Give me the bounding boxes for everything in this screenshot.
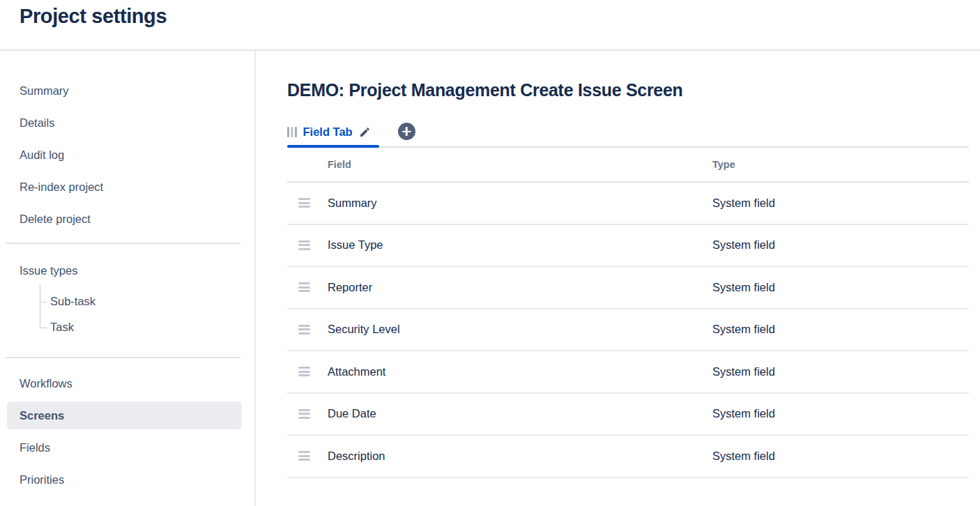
field-type: System field — [712, 365, 969, 378]
field-type: System field — [712, 281, 969, 294]
field-type: System field — [712, 450, 969, 463]
table-row: Issue Type System field — [287, 225, 969, 268]
drag-handle-icon[interactable] — [298, 198, 310, 208]
sidebar-item-sub-task[interactable]: Sub-task — [0, 289, 254, 314]
settings-sidebar: Summary Details Audit log Re-index proje… — [0, 51, 256, 506]
sidebar-item-priorities[interactable]: Priorities — [0, 466, 254, 493]
screen-tabs: Field Tab — [287, 121, 969, 148]
pencil-icon[interactable] — [359, 126, 371, 138]
table-row: Security Level System field — [287, 309, 969, 352]
field-type: System field — [712, 407, 969, 420]
table-header-row: Field Type — [287, 148, 969, 183]
field-type: System field — [712, 323, 969, 336]
page-title: Project settings — [20, 5, 980, 28]
drag-handle-icon[interactable] — [298, 240, 310, 250]
sidebar-item-audit-log[interactable]: Audit log — [0, 141, 254, 169]
drag-handle-icon[interactable] — [287, 126, 297, 137]
table-row: Reporter System field — [287, 267, 969, 309]
drag-handle-icon[interactable] — [298, 367, 310, 376]
field-name: Due Date — [328, 407, 712, 420]
field-type: System field — [712, 238, 969, 252]
column-header-type: Type — [712, 159, 969, 170]
field-name: Reporter — [328, 281, 712, 294]
page-header: Project settings — [0, 0, 980, 51]
field-type: System field — [712, 197, 969, 210]
drag-handle-icon[interactable] — [298, 409, 310, 419]
sidebar-item-fields[interactable]: Fields — [0, 434, 254, 461]
screen-config-panel: DEMO: Project Management Create Issue Sc… — [256, 51, 980, 506]
field-name: Attachment — [328, 365, 712, 378]
sidebar-divider — [6, 243, 240, 244]
table-row: Description System field — [287, 436, 969, 478]
field-name: Summary — [328, 197, 712, 210]
field-name: Issue Type — [328, 238, 712, 252]
table-row: Summary System field — [287, 183, 969, 225]
sidebar-item-reindex-project[interactable]: Re-index project — [0, 173, 254, 201]
table-row: Due Date System field — [287, 394, 969, 436]
issue-types-group: Issue types Sub-task Task — [0, 256, 254, 340]
sidebar-item-screens[interactable]: Screens — [7, 401, 242, 429]
sidebar-divider — [6, 357, 240, 358]
sidebar-item-workflows[interactable]: Workflows — [0, 369, 254, 397]
field-name: Description — [328, 450, 712, 463]
screen-title: DEMO: Project Management Create Issue Sc… — [287, 77, 969, 102]
sidebar-item-delete-project[interactable]: Delete project — [0, 205, 254, 233]
tab-field-tab[interactable]: Field Tab — [287, 121, 379, 142]
table-row: Attachment System field — [287, 351, 969, 394]
drag-handle-icon[interactable] — [298, 451, 310, 461]
tab-label[interactable]: Field Tab — [303, 125, 353, 139]
sidebar-item-task[interactable]: Task — [0, 314, 254, 340]
add-tab-button plus-icon[interactable] — [398, 123, 415, 140]
column-header-field: Field — [328, 159, 712, 170]
sidebar-item-details[interactable]: Details — [0, 109, 254, 137]
drag-handle-icon[interactable] — [298, 325, 310, 335]
sidebar-item-issue-types[interactable]: Issue types — [0, 256, 254, 284]
drag-handle-icon[interactable] — [298, 282, 310, 292]
fields-table: Field Type Summary System field Issue Ty… — [287, 148, 969, 478]
field-name: Security Level — [328, 323, 712, 336]
sidebar-item-summary[interactable]: Summary — [0, 77, 254, 105]
